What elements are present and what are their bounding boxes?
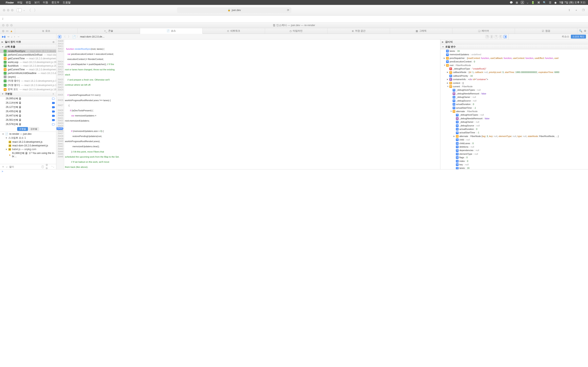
scope-variable-row[interactable]: ▶B_debugNeedsRemount: false bbox=[440, 92, 588, 95]
tree-react-dom-js[interactable]: JSreact-dom-18.2.0.development.js bbox=[0, 144, 56, 147]
chevron-up-down-icon[interactable]: ⌃⌄ bbox=[51, 166, 54, 168]
tab-sources[interactable]: 📄소스 bbox=[140, 28, 203, 34]
app-name[interactable]: Finder bbox=[6, 1, 14, 4]
scope-variable-row[interactable]: ▶N_debugSource: null bbox=[440, 124, 588, 127]
step-over-icon[interactable]: ⤼ bbox=[7, 35, 9, 38]
watch-header[interactable]: ▶감시식 bbox=[440, 40, 588, 44]
nav-forward-icon[interactable]: 〉 bbox=[67, 35, 71, 39]
scope-variable-tree[interactable]: ▶Nlanes: 16▶NmemoizedUpdaters: undefined… bbox=[440, 49, 588, 169]
scope-variable-row[interactable]: ▶NelementType: null bbox=[440, 152, 588, 156]
step-icon[interactable]: → bbox=[17, 35, 20, 38]
call-stack-item[interactable]: FperformConcurrentWorkOnRoot — react-dom… bbox=[0, 53, 56, 57]
scope-variable-row[interactable]: ▶NmemoizedUpdaters: undefined bbox=[440, 53, 588, 56]
tab-elements[interactable]: ⧉요소 bbox=[15, 28, 78, 34]
traffic-lights[interactable] bbox=[2, 24, 13, 26]
forward-button[interactable]: 〉 bbox=[34, 8, 38, 13]
call-stack-header[interactable]: ▼스택 호출 bbox=[0, 44, 56, 49]
scope-variable-row[interactable]: ▶Nlanes: 16 bbox=[440, 166, 588, 169]
tree-script-elem[interactable]: ▼스크립트 요소 1 bbox=[0, 136, 56, 140]
tabs-overview-icon[interactable]: ❐ bbox=[581, 8, 585, 12]
breakpoint-marker-icon[interactable] bbox=[52, 119, 55, 121]
scope-variable-row[interactable]: ▶Nflags: 0 bbox=[440, 156, 588, 159]
text-icon[interactable]: T bbox=[494, 35, 498, 38]
braces-icon[interactable]: {} bbox=[490, 35, 493, 38]
pause-reason-header[interactable]: ▶일시 정지 이유⊖ bbox=[0, 40, 56, 44]
breadcrumb[interactable]: 📄 〉 react-dom-18.2.0.de… bbox=[72, 35, 104, 39]
menu-file[interactable]: 파일 bbox=[17, 1, 22, 4]
scope-variable-row[interactable]: ▶Nkey: null bbox=[440, 163, 588, 166]
breakpoint-marker-icon[interactable] bbox=[52, 106, 55, 108]
search-icon[interactable]: 🔍 bbox=[579, 29, 582, 33]
reload-icon[interactable]: ⟳ bbox=[287, 8, 289, 12]
collapse-icon[interactable]: ▼ bbox=[447, 85, 449, 88]
expand-icon[interactable]: ▶ bbox=[453, 135, 455, 138]
call-stack-item[interactable]: FflushWork — react-18.2.0.development.js… bbox=[0, 64, 56, 68]
step-into-icon[interactable]: ↓ bbox=[11, 35, 12, 38]
call-stack-item[interactable]: F(익명 함수) — react-18.2.0.development.js:3… bbox=[0, 79, 56, 83]
tree-babel-js[interactable]: ▼JSbabel.js — unpkg.com bbox=[0, 147, 56, 151]
control-center-icon[interactable]: ☰ bbox=[549, 1, 552, 4]
tab-layers[interactable]: ❏레이어 bbox=[452, 28, 515, 34]
clear-icon[interactable]: ⊖ bbox=[52, 41, 54, 43]
scope-variable-row[interactable]: ▶N_debugHookTypes: null bbox=[440, 88, 588, 92]
new-tab-icon[interactable]: ＋ bbox=[575, 8, 578, 12]
step-out-icon[interactable]: ↑ bbox=[14, 35, 16, 38]
line-gutter[interactable]: 2640926410264112641226413264142641526416… bbox=[56, 40, 64, 169]
scope-variable-row[interactable]: ▼Oalternate: FiberNode bbox=[440, 110, 588, 113]
zoom-dot[interactable] bbox=[11, 9, 13, 11]
scope-variable-row[interactable]: ▶S_debugRootType: "createRoot()" bbox=[440, 67, 588, 71]
collapse-icon[interactable]: ▼ bbox=[444, 64, 445, 67]
tab-console[interactable]: >_콘솔 bbox=[78, 28, 140, 34]
right-pane-toggle-icon[interactable]: ◨ bbox=[503, 35, 507, 38]
breakpoint-marker-icon[interactable] bbox=[52, 98, 55, 100]
search-icon[interactable]: 🔍 bbox=[543, 1, 546, 4]
by-path-button[interactable]: 경로별 bbox=[28, 127, 39, 131]
copy-icon[interactable]: ❐ bbox=[485, 35, 489, 38]
tab-network[interactable]: ⊙네트워크 bbox=[203, 28, 265, 34]
scope-variable-row[interactable]: ▶Nchild: null bbox=[440, 138, 588, 142]
scope-variable-row[interactable]: ▶OprevDispatcher: {readContext: function… bbox=[440, 57, 588, 60]
call-stack-item[interactable]: ·(async) … bbox=[0, 75, 56, 79]
address-bar[interactable]: 🔒 jser.dev ⟳ bbox=[177, 7, 291, 13]
call-stack-item[interactable]: N전역 코드 — react-18.2.0.development.js:16 bbox=[0, 87, 56, 92]
bluetooth-icon[interactable]: ⌵ bbox=[527, 1, 528, 4]
call-stack-item[interactable]: FperformWorkUntilDeadline — react-18.2.0… bbox=[0, 71, 56, 75]
scope-variable-row[interactable]: ▶B_debugNeedsRemount: false bbox=[440, 117, 588, 120]
breakpoint-item[interactable]: 26,127번째 줄 bbox=[0, 105, 56, 109]
scope-chain-button[interactable]: 스코프 체인 bbox=[571, 35, 586, 39]
siri-icon[interactable]: ◉ bbox=[554, 1, 557, 4]
add-breakpoint-icon[interactable]: ＋ bbox=[52, 92, 54, 96]
minimize-dot[interactable] bbox=[6, 24, 9, 26]
scope-variable-row[interactable]: ▶NactualDuration: 0 bbox=[440, 127, 588, 131]
tree-warning[interactable]: ▲61,666번째 줄: 17 You are using the in-br… bbox=[0, 151, 56, 158]
battery-icon[interactable]: 🔋 bbox=[531, 1, 535, 4]
breakpoint-item[interactable]: 26,095번째 줄 bbox=[0, 96, 56, 101]
scope-variable-row[interactable]: ▶Nindex: 0 bbox=[440, 159, 588, 163]
scope-variable-row[interactable]: ▶Ocontext: {} bbox=[440, 81, 588, 85]
scope-variable-row[interactable]: ▶Ndeletions: null bbox=[440, 145, 588, 149]
filter-all[interactable]: 모두 bbox=[45, 163, 50, 169]
tab-timeline[interactable]: ◷타임라인 bbox=[265, 28, 328, 34]
device-icon[interactable]: ▭ bbox=[6, 29, 8, 33]
tab-graphics[interactable]: ▦그래픽 bbox=[390, 28, 452, 34]
scope-variable-row[interactable]: ▶EcontainerInfo: <div id="container"> bbox=[440, 78, 588, 81]
close-dot[interactable] bbox=[2, 24, 4, 26]
expand-icon[interactable]: ▶ bbox=[447, 71, 449, 74]
expand-icon[interactable]: ▶ bbox=[447, 82, 449, 85]
chevron-down-icon[interactable]: ⌄ bbox=[23, 9, 25, 11]
scope-variable-row[interactable]: ▶N_debugOwner: null bbox=[440, 120, 588, 124]
expand-icon[interactable]: ▶ bbox=[444, 57, 445, 60]
scope-variable-row[interactable]: ▼Oroot: FiberRootNode bbox=[440, 64, 588, 67]
traffic-lights[interactable] bbox=[3, 9, 13, 11]
tab-audit[interactable]: ☑점검 bbox=[515, 28, 577, 34]
breakpoints-header[interactable]: ▼구분점＋ bbox=[0, 92, 56, 96]
settings-icon[interactable]: ⚙ bbox=[584, 29, 586, 33]
call-stack-item[interactable]: NgetCurrentTime — react-18.2.0.developme… bbox=[0, 57, 56, 60]
scope-variable-row[interactable]: ▶N_debugHookTypes: null bbox=[440, 113, 588, 117]
filter-input[interactable] bbox=[9, 165, 40, 168]
menu-view[interactable]: 보기 bbox=[34, 1, 40, 4]
tab-storage[interactable]: ≣저장 공간 bbox=[328, 28, 390, 34]
tree-react-js[interactable]: JSreact-18.2.0.development.js bbox=[0, 140, 56, 144]
scope-variable-row[interactable]: ▶NactualDuration: 0 bbox=[440, 103, 588, 106]
breakpoint-marker-icon[interactable] bbox=[52, 123, 55, 125]
